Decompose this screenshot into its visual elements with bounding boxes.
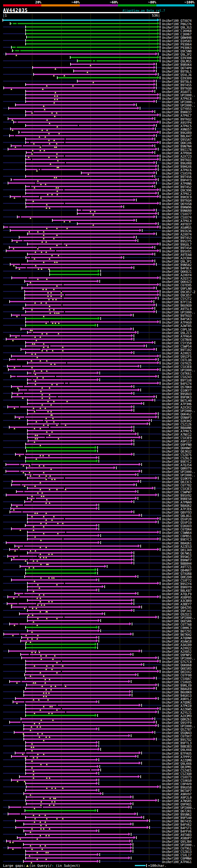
hit-bar[interactable] — [24, 861, 98, 862]
hit-bar[interactable] — [26, 114, 158, 116]
hit-bar[interactable] — [26, 854, 97, 856]
hit-bar[interactable] — [28, 332, 135, 333]
hit-bar[interactable] — [28, 610, 131, 611]
hit-bar[interactable] — [26, 773, 96, 774]
hit-bar[interactable] — [23, 308, 152, 309]
hit-bar[interactable] — [26, 169, 156, 170]
hit-bar[interactable] — [9, 247, 152, 248]
hit-bar[interactable] — [10, 335, 131, 337]
hit-bar[interactable] — [26, 569, 95, 570]
hit-bar[interactable] — [26, 763, 139, 764]
hit-bar[interactable] — [77, 81, 154, 82]
hit-bar[interactable] — [28, 552, 131, 554]
hit-bar[interactable] — [28, 583, 158, 584]
hit-bar[interactable] — [28, 630, 98, 631]
hit-bar[interactable] — [28, 379, 98, 380]
hit-bar[interactable] — [26, 834, 129, 835]
hit-bar[interactable] — [26, 783, 96, 784]
hit-bar[interactable] — [25, 501, 131, 502]
hit-bar[interactable] — [9, 427, 131, 428]
hit-bar[interactable] — [26, 97, 158, 99]
hit-bar[interactable] — [4, 226, 158, 228]
hit-bar[interactable] — [10, 23, 158, 24]
hit-bar[interactable] — [16, 267, 131, 269]
hit-bar[interactable] — [8, 118, 152, 120]
hit-bar[interactable] — [11, 179, 156, 180]
hit-bar[interactable] — [16, 698, 156, 699]
hit-bar[interactable] — [8, 148, 156, 150]
hit-bar[interactable] — [12, 277, 158, 279]
hit-bar[interactable] — [26, 342, 152, 343]
hit-bar[interactable] — [28, 382, 158, 384]
hit-bar[interactable] — [10, 549, 158, 550]
hit-bar[interactable] — [19, 389, 138, 391]
hit-bar[interactable] — [6, 338, 131, 340]
hit-bar[interactable] — [28, 538, 158, 540]
hit-bar[interactable] — [7, 603, 131, 604]
hit-bar[interactable] — [77, 60, 158, 62]
hit-bar[interactable] — [9, 650, 139, 652]
hit-bar[interactable] — [24, 728, 96, 730]
hit-bar[interactable] — [8, 847, 131, 848]
hit-bar[interactable] — [50, 274, 98, 275]
hit-bar[interactable] — [26, 311, 154, 313]
hit-bar[interactable] — [10, 721, 154, 723]
hit-bar[interactable] — [12, 46, 158, 48]
hit-bar[interactable] — [26, 647, 95, 648]
hit-bar[interactable] — [26, 199, 134, 201]
hit-bar[interactable] — [15, 416, 156, 418]
hit-bar[interactable] — [21, 654, 131, 655]
hit-bar[interactable] — [12, 559, 131, 560]
hit-bar[interactable] — [26, 101, 154, 102]
hit-bar[interactable] — [26, 159, 158, 160]
hit-bar[interactable] — [28, 413, 156, 414]
hit-bar[interactable] — [26, 460, 96, 462]
hit-bar[interactable] — [16, 827, 147, 828]
hit-bar[interactable] — [28, 403, 141, 404]
hit-bar[interactable] — [28, 233, 154, 235]
hit-bar[interactable] — [16, 454, 131, 455]
hit-bar[interactable] — [12, 314, 131, 316]
hit-bar[interactable] — [27, 803, 131, 805]
hit-bar[interactable] — [12, 355, 158, 357]
hit-bar[interactable] — [26, 447, 95, 448]
hit-bar[interactable] — [17, 491, 135, 492]
hit-bar[interactable] — [10, 264, 154, 265]
hit-bar[interactable] — [28, 284, 158, 285]
hit-bar[interactable] — [26, 800, 156, 801]
hit-bar[interactable] — [12, 50, 158, 52]
hit-bar[interactable] — [4, 633, 131, 635]
hit-bar[interactable] — [11, 376, 156, 377]
hit-bar[interactable] — [6, 250, 158, 252]
hit-bar[interactable] — [26, 769, 98, 771]
hit-bar[interactable] — [26, 352, 131, 353]
hit-bar[interactable] — [70, 57, 158, 58]
hit-bar[interactable] — [22, 287, 154, 289]
hit-bar[interactable] — [26, 142, 158, 143]
hit-bar[interactable] — [28, 399, 152, 401]
hit-bar[interactable] — [27, 450, 95, 452]
hit-bar[interactable] — [28, 362, 158, 364]
hit-bar[interactable] — [16, 104, 134, 105]
hit-bar[interactable] — [26, 474, 135, 475]
hit-bar[interactable] — [34, 73, 156, 75]
hit-bar[interactable] — [26, 671, 158, 672]
hit-bar[interactable] — [28, 518, 158, 520]
hit-bar[interactable] — [26, 111, 152, 113]
hit-bar[interactable] — [71, 63, 154, 65]
hit-bar[interactable] — [9, 369, 158, 370]
hit-bar[interactable] — [13, 701, 96, 703]
hit-bar[interactable] — [20, 237, 134, 238]
hit-bar[interactable] — [26, 94, 158, 95]
hit-bar[interactable] — [14, 121, 158, 123]
hit-bar[interactable] — [26, 318, 98, 319]
hit-bar[interactable] — [28, 253, 152, 255]
hit-bar[interactable] — [15, 752, 139, 754]
hit-bar[interactable] — [8, 813, 135, 815]
hit-bar[interactable] — [28, 440, 131, 441]
hit-bar[interactable] — [28, 433, 135, 435]
hit-bar[interactable] — [12, 484, 134, 486]
hit-bar[interactable] — [18, 837, 134, 838]
hit-bar[interactable] — [26, 525, 96, 526]
hit-bar[interactable] — [4, 87, 154, 89]
